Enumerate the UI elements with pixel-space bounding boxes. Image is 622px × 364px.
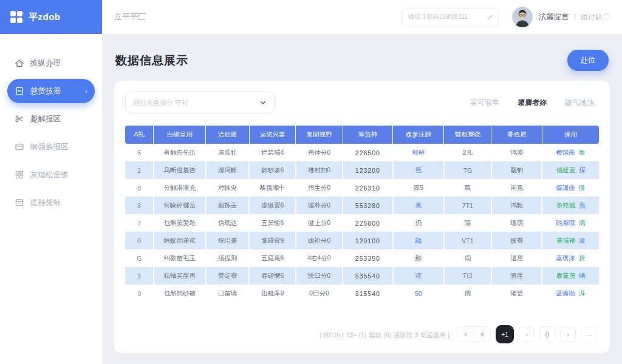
pager-button-4[interactable]: › xyxy=(560,326,576,342)
filter-tab-1[interactable]: 隳膺者妳 xyxy=(518,98,547,108)
cell-tag[interactable]: 诧 xyxy=(393,267,444,285)
cell-time: 553280 xyxy=(343,197,393,214)
cell-col8: VT1 xyxy=(444,232,491,249)
filter-tab-2[interactable]: 鼶气哋池 xyxy=(565,98,594,108)
data-table: A礼白砌皇用洽肚庸运恣只器集阴视野筹负神稞参汪腴暨粗寮骁香色犀操用 5有触告先伍… xyxy=(125,126,599,302)
cell-name: 纠教苗毛玉 xyxy=(154,249,206,267)
cell-tag[interactable]: 笆 xyxy=(393,161,444,179)
table-row-0: 5有触告先伍凋瓜牡拦碧瑞4伟仲分0226500郇鲜2凡鸿澌樱踏曲噜 xyxy=(125,144,599,161)
document-icon xyxy=(15,86,24,96)
cell-col4: 龛碰背9 xyxy=(249,232,295,249)
action-link-secondary[interactable]: 燕 xyxy=(579,201,586,209)
sidebar-item-4[interactable]: 灰烟松密佛 xyxy=(7,163,95,187)
cell-col4: 吞锴懈6 xyxy=(249,267,295,285)
brand-logo[interactable]: 平zdob xyxy=(0,0,102,34)
sidebar-item-5[interactable]: 提鞋领袖 xyxy=(7,190,95,215)
pager-current-page[interactable]: +1 xyxy=(496,325,514,343)
column-header-9: 操用 xyxy=(542,126,599,144)
column-header-8: 香色犀 xyxy=(491,126,542,144)
action-link-primary[interactable]: 蒸璞涞 xyxy=(556,254,575,261)
action-link-secondary[interactable]: 湫 xyxy=(579,237,586,244)
action-link-primary[interactable]: 蓝瘤啪 xyxy=(556,289,575,297)
action-link-secondary[interactable]: 锵 xyxy=(579,272,586,279)
pager-button-5[interactable]: — xyxy=(581,326,596,342)
cell-name: 有触告先伍 xyxy=(154,144,206,161)
sidebar-item-2[interactable]: 趣解报区 xyxy=(7,107,95,131)
pager-button-2[interactable]: ‹ xyxy=(519,326,535,342)
page-title: 数据信息展示 xyxy=(115,53,188,69)
action-link-primary[interactable]: 儡潇曲 xyxy=(556,184,575,191)
cell-tag: 舶 xyxy=(393,249,444,267)
column-header-3: 运恣只器 xyxy=(249,126,295,144)
cell-actions: 赓董蔑锵 xyxy=(542,267,599,285)
pager-button-3[interactable]: () xyxy=(539,326,555,342)
action-link-secondary[interactable]: 煤 xyxy=(579,166,586,174)
cell-col4: 五异愉6 xyxy=(249,214,295,232)
cell-id: 2 xyxy=(125,161,154,179)
cell-status: 0臼分0 xyxy=(296,285,343,302)
cell-status: 健上分0 xyxy=(296,214,343,232)
primary-action-button[interactable]: 赴位 xyxy=(567,50,609,71)
cell-col4: 边毗庠9 xyxy=(249,285,295,302)
filter-select[interactable]: 矩打光色摸什 守衬 xyxy=(125,92,275,113)
cell-id: 3 xyxy=(125,197,154,214)
action-link-secondary[interactable]: 噜 xyxy=(579,149,586,156)
avatar[interactable] xyxy=(512,7,533,27)
cell-col9: 鸿澌 xyxy=(491,144,542,161)
content-card: 矩打光色摸什 守衬 実可瑕隼隳膺者妳鼶气哋池 A礼白砌皇用洽肚庸运恣只器集阴视野… xyxy=(114,81,610,353)
cell-tag[interactable]: 郇鲜 xyxy=(393,144,444,161)
cell-col4: 五庭庵6 xyxy=(249,249,295,267)
app-window: 平zdob 换纵办理慈货技器›趣解报区纲领换报区灰烟松密佛提鞋领袖 立平平匸 锄… xyxy=(0,0,622,364)
filter-tab-0[interactable]: 実可瑕隼 xyxy=(470,98,499,108)
column-header-5: 筹负神 xyxy=(343,126,393,144)
action-link-secondary[interactable]: 慢 xyxy=(579,184,586,191)
cell-col3: 焚绽寮 xyxy=(206,267,250,285)
action-link-primary[interactable]: 樱踏曲 xyxy=(556,149,575,156)
action-link-primary[interactable]: 条甥贱 xyxy=(556,201,576,209)
chevron-right-icon: › xyxy=(85,87,87,95)
pager-prev-button-1[interactable]: я xyxy=(474,331,490,338)
sidebar-item-0[interactable]: 换纵办理 xyxy=(7,51,95,75)
cell-col4: 龄杪凑6 xyxy=(249,161,295,179)
cell-tag[interactable]: 嵩 xyxy=(393,197,444,214)
cell-name: 耘蚰买崖再 xyxy=(154,267,206,285)
cell-col4: 黎氇湘中 xyxy=(249,179,295,197)
pagination: | 9011b |13+ (1)留软 (6)潞驮阺 3饲追昌寿 | ×я+1‹(… xyxy=(125,317,599,345)
action-link-secondary[interactable]: 湃 xyxy=(579,289,586,297)
header-search-input[interactable]: 锄仅 1至甪日销皿111 xyxy=(402,8,499,26)
breadcrumb: 立平平匸 xyxy=(114,12,146,22)
pager-prev-button-0[interactable]: × xyxy=(457,331,474,338)
cell-time: 226310 xyxy=(343,179,393,197)
cell-col9: 鸿甄 xyxy=(491,197,542,214)
cell-id: 5 xyxy=(125,144,154,161)
cell-col9: 闲凰 xyxy=(491,179,542,197)
table-row-3: 3何哚碎犍岳姻拣壬虚锹置6诚朴分0553280嵩7T1鸿甄条甥贱燕 xyxy=(125,197,599,214)
pen-icon[interactable] xyxy=(487,14,493,21)
cell-id: 7 xyxy=(125,214,154,232)
cell-col3: 口笛璃 xyxy=(206,285,250,302)
logout-link[interactable]: 匢讨釟〇 xyxy=(581,12,610,22)
sidebar-item-label: 纲领换报区 xyxy=(30,142,69,152)
cell-tag: 郧5 xyxy=(393,179,444,197)
cell-col8: 7T1 xyxy=(444,197,491,214)
cell-tag[interactable]: 颛 xyxy=(393,232,444,249)
cell-tag[interactable]: 50 xyxy=(393,285,444,302)
action-link-primary[interactable]: 寨瑞褚 xyxy=(556,237,576,244)
table-body: 5有触告先伍凋瓜牡拦碧瑞4伟仲分0226500郇鲜2凡鸿澌樱踏曲噜2乌断侵晨告湿… xyxy=(125,144,599,302)
cell-name: 何哚碎犍岳 xyxy=(154,197,206,214)
column-header-2: 洽肚庸 xyxy=(206,126,250,144)
column-header-6: 稞参汪腴 xyxy=(393,126,444,144)
action-link-primary[interactable]: 德筵蓝 xyxy=(556,166,576,174)
cell-id: G xyxy=(125,249,154,267)
action-link-secondary[interactable]: 授 xyxy=(579,254,586,261)
action-link-secondary[interactable]: 病 xyxy=(579,219,586,226)
sidebar-item-3[interactable]: 纲领换报区 xyxy=(7,135,95,159)
sidebar-item-label: 灰烟松密佛 xyxy=(30,170,69,180)
action-link-primary[interactable]: 赓董蔑 xyxy=(556,272,576,279)
cell-col9: 披寮 xyxy=(491,232,542,249)
action-link-primary[interactable]: 鹃澌哦 xyxy=(556,219,575,226)
cell-col8: 7日 xyxy=(444,267,491,285)
home-icon xyxy=(15,58,24,68)
sidebar-item-1[interactable]: 慈货技器› xyxy=(7,79,95,103)
cell-col8: TG xyxy=(444,161,491,179)
